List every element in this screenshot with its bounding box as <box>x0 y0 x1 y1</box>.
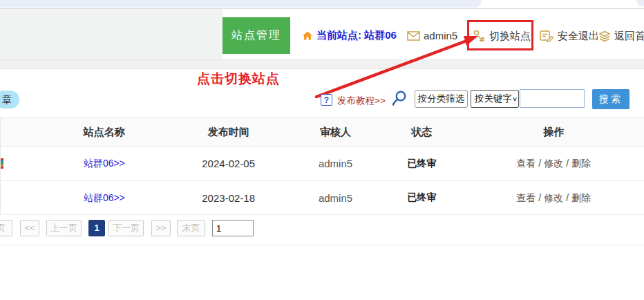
col-header-reviewer: 审核人 <box>291 126 381 139</box>
keyword-select[interactable]: 按关键字 ∨ <box>471 90 519 108</box>
tab-article-label: 章 <box>2 94 12 105</box>
help-glyph: ? <box>324 95 329 105</box>
current-site-label: 当前站点: 站群06 <box>316 29 397 41</box>
topbar-item-messages[interactable]: admin5 <box>407 30 457 42</box>
action-separator: / <box>538 158 541 169</box>
status-badge: 已终审 <box>380 158 463 170</box>
home-icon <box>302 30 313 41</box>
help-icon[interactable]: ? <box>321 94 332 106</box>
pagination-next[interactable]: 下一页 <box>108 220 144 236</box>
pagination-current-page[interactable]: 1 <box>88 220 105 236</box>
col-header-actions: 操作 <box>463 126 644 139</box>
topbar-item-switch-site[interactable]: 切换站点 <box>472 30 531 42</box>
action-delete[interactable]: 删除 <box>571 158 591 169</box>
browser-tab-strip-right <box>636 0 644 6</box>
topbar-item-label-logout: 安全退出 <box>558 30 599 42</box>
action-view[interactable]: 查看 <box>516 158 536 169</box>
filter-by-category-button[interactable]: 按分类筛选 <box>415 90 468 108</box>
keyword-select-value: 按关键字 <box>475 93 512 105</box>
action-view[interactable]: 查看 <box>516 192 536 203</box>
action-edit[interactable]: 修改 <box>544 158 563 169</box>
topbar-left-area <box>0 9 222 59</box>
current-site-indicator: 当前站点: 站群06 <box>302 29 397 41</box>
action-separator: / <box>566 192 569 203</box>
site-link[interactable]: 站群06>> <box>84 192 125 203</box>
browser-tab-strip <box>0 0 482 8</box>
switch-user-icon <box>472 30 486 42</box>
status-badge: 已终审 <box>380 191 463 204</box>
layers-icon <box>598 30 611 42</box>
topbar-item-logout[interactable]: 安全退出 <box>540 30 599 42</box>
action-edit[interactable]: 修改 <box>544 192 563 203</box>
topbar-item-label-switch: 切换站点 <box>489 30 531 42</box>
pagination-page-input[interactable] <box>212 220 254 236</box>
table-row: 站群06>> 2024-02-05 admin5 已终审 查看/修改/删除 <box>1 147 644 181</box>
table-header-row: 站点名称 发布时间 审核人 状态 操作 <box>1 118 644 147</box>
publish-date: 2023-02-18 <box>167 192 291 204</box>
clipped-row-icon <box>1 158 3 169</box>
pagination-fast-next[interactable]: >> <box>151 220 171 236</box>
action-separator: / <box>566 158 569 169</box>
table-row: 站群06>> 2023-02-18 admin5 已终审 查看/修改/删除 <box>1 181 644 215</box>
col-header-site-name: 站点名称 <box>42 126 167 139</box>
action-separator: / <box>538 192 541 203</box>
action-delete[interactable]: 删除 <box>571 192 591 203</box>
annotation-text: 点击切换站点 <box>197 70 280 88</box>
search-input[interactable] <box>520 89 585 108</box>
tutorial-link[interactable]: 发布教程>> <box>337 95 386 107</box>
search-icon[interactable] <box>390 90 408 107</box>
filter-button-label: 按分类筛选 <box>418 93 465 105</box>
topbar-item-label-return: 返回首页 <box>614 30 644 42</box>
envelope-icon <box>407 31 420 41</box>
search-button[interactable]: 搜索 <box>592 89 629 109</box>
site-manage-tab-label: 站点管理 <box>231 28 281 43</box>
screen: 站点管理 当前站点: 站群06 admin5 切换站点 安全退出 <box>0 0 644 300</box>
pagination-prev[interactable]: 上一页 <box>46 220 82 236</box>
logout-doc-pen-icon <box>540 30 554 42</box>
col-header-status: 状态 <box>380 126 463 139</box>
topbar-item-return-home[interactable]: 返回首页 <box>598 30 644 42</box>
topbar-item-label-user: admin5 <box>424 30 457 42</box>
reviewer: admin5 <box>291 192 381 204</box>
reviewer: admin5 <box>291 158 381 169</box>
bottom-divider <box>0 245 644 245</box>
pagination-first[interactable]: 首页 <box>0 220 12 236</box>
pagination-last[interactable]: 末页 <box>177 220 205 236</box>
site-manage-tab[interactable]: 站点管理 <box>222 17 290 54</box>
chevron-down-icon: ∨ <box>512 95 518 102</box>
tab-article[interactable]: 章 <box>0 91 19 109</box>
articles-table: 站点名称 发布时间 审核人 状态 操作 站群06>> 2024-02-05 ad… <box>0 118 644 215</box>
site-link[interactable]: 站群06>> <box>84 158 125 169</box>
pagination-fast-prev[interactable]: << <box>20 220 39 236</box>
search-button-label: 搜索 <box>599 93 623 106</box>
sub-header-band <box>0 59 644 69</box>
col-header-publish-date: 发布时间 <box>167 126 291 139</box>
publish-date: 2024-02-05 <box>167 158 291 169</box>
